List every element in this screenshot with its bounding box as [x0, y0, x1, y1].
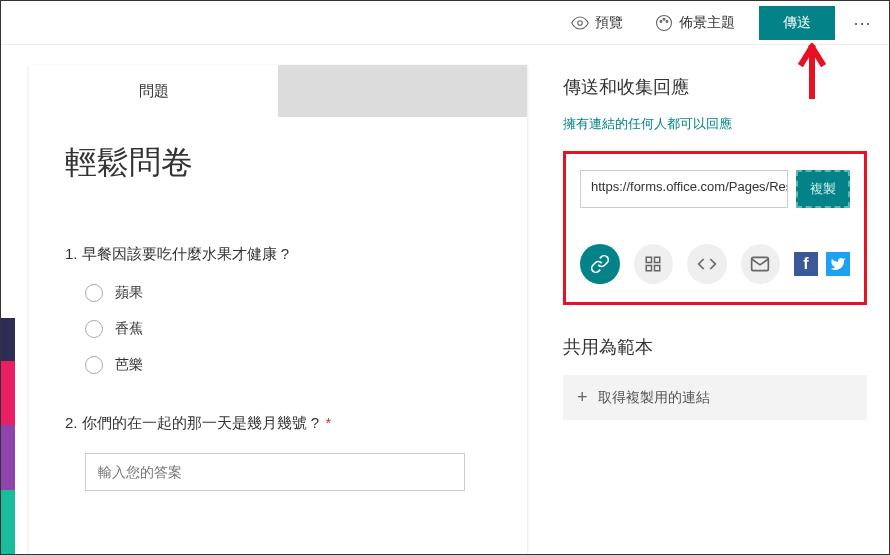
form-tabs: 問題 — [29, 65, 527, 117]
main-content: 問題 輕鬆問卷 1. 早餐因該要吃什麼水果才健康 ? 蘋果 — [1, 45, 889, 554]
svg-point-4 — [666, 20, 668, 22]
arrow-annotation — [795, 39, 829, 103]
share-url-input[interactable]: https://forms.office.com/Pages/Respon — [580, 170, 788, 208]
svg-rect-5 — [647, 257, 652, 262]
template-link-label: 取得複製用的連結 — [598, 389, 710, 407]
svg-rect-6 — [655, 257, 660, 262]
more-button[interactable]: ⋯ — [843, 1, 883, 45]
option-1[interactable]: 蘋果 — [65, 284, 491, 302]
template-section: 共用為範本 + 取得複製用的連結 — [563, 335, 867, 420]
theme-button[interactable]: 佈景主題 — [639, 1, 751, 45]
decorative-strip — [1, 125, 15, 554]
form-card: 問題 輕鬆問卷 1. 早餐因該要吃什麼水果才健康 ? 蘋果 — [29, 65, 527, 554]
question-1-text: 1. 早餐因該要吃什麼水果才健康 ? — [65, 245, 491, 264]
form-title[interactable]: 輕鬆問卷 — [65, 141, 491, 185]
plus-icon: + — [577, 387, 588, 408]
option-3-label: 芭樂 — [115, 356, 143, 374]
svg-rect-8 — [655, 266, 660, 271]
share-permission-text[interactable]: 擁有連結的任何人都可以回應 — [563, 115, 867, 133]
option-3[interactable]: 芭樂 — [65, 356, 491, 374]
twitter-icon — [830, 256, 846, 272]
link-icon — [590, 254, 610, 274]
share-highlight-box: https://forms.office.com/Pages/Respon 複製 — [563, 151, 867, 305]
top-toolbar: 預覽 佈景主題 傳送 ⋯ — [1, 1, 889, 45]
tab-responses[interactable] — [278, 65, 527, 117]
facebook-icon: f — [803, 255, 808, 273]
svg-point-2 — [660, 20, 662, 22]
eye-icon — [571, 14, 589, 32]
question-2-text: 2. 你們的在一起的那一天是幾月幾號 ? * — [65, 414, 491, 433]
twitter-button[interactable] — [826, 252, 850, 276]
code-icon — [697, 254, 717, 274]
social-share: f — [794, 252, 850, 276]
form-editor-pane: 問題 輕鬆問卷 1. 早餐因該要吃什麼水果才健康 ? 蘋果 — [1, 45, 541, 554]
preview-button[interactable]: 預覽 — [555, 1, 639, 45]
option-2-label: 香蕉 — [115, 320, 143, 338]
qr-icon — [644, 255, 662, 273]
theme-label: 佈景主題 — [679, 14, 735, 32]
tab-questions-label: 問題 — [139, 82, 169, 101]
svg-rect-7 — [647, 266, 652, 271]
question-2[interactable]: 2. 你們的在一起的那一天是幾月幾號 ? * — [65, 414, 491, 491]
share-qr-button[interactable] — [634, 244, 674, 284]
share-link-button[interactable] — [580, 244, 620, 284]
answer-input[interactable] — [85, 453, 465, 491]
svg-point-1 — [657, 15, 672, 30]
form-body: 輕鬆問卷 1. 早餐因該要吃什麼水果才健康 ? 蘋果 香蕉 — [29, 117, 527, 554]
radio-icon — [85, 356, 103, 374]
svg-point-0 — [578, 20, 583, 25]
template-section-title: 共用為範本 — [563, 335, 867, 359]
send-label: 傳送 — [783, 14, 811, 32]
copy-button[interactable]: 複製 — [796, 170, 850, 208]
question-1[interactable]: 1. 早餐因該要吃什麼水果才健康 ? 蘋果 香蕉 芭樂 — [65, 245, 491, 374]
share-method-icons: f — [580, 244, 850, 284]
radio-icon — [85, 320, 103, 338]
option-1-label: 蘋果 — [115, 284, 143, 302]
palette-icon — [655, 14, 673, 32]
radio-icon — [85, 284, 103, 302]
preview-label: 預覽 — [595, 14, 623, 32]
tab-questions[interactable]: 問題 — [29, 65, 278, 117]
svg-point-3 — [663, 18, 665, 20]
ellipsis-icon: ⋯ — [853, 13, 873, 33]
mail-icon — [750, 254, 770, 274]
get-template-link-button[interactable]: + 取得複製用的連結 — [563, 375, 867, 420]
option-2[interactable]: 香蕉 — [65, 320, 491, 338]
send-button[interactable]: 傳送 — [759, 6, 835, 40]
required-mark: * — [325, 414, 331, 431]
share-embed-button[interactable] — [687, 244, 727, 284]
share-email-button[interactable] — [741, 244, 781, 284]
url-row: https://forms.office.com/Pages/Respon 複製 — [580, 170, 850, 208]
share-pane: 傳送和收集回應 擁有連結的任何人都可以回應 https://forms.offi… — [541, 45, 889, 554]
facebook-button[interactable]: f — [794, 252, 818, 276]
